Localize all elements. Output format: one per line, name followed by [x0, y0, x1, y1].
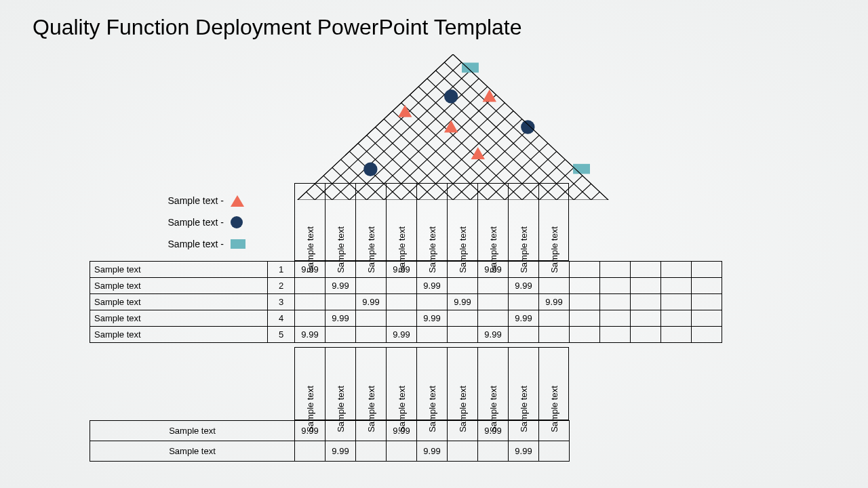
legend-row: Sample text -: [156, 211, 245, 233]
svg-line-39: [470, 54, 612, 200]
matrix-cell: [326, 294, 356, 310]
matrix-cell: 9.99: [387, 327, 417, 343]
summary-cell: 9.99: [417, 441, 448, 462]
column-header-cell: Sample text: [447, 183, 477, 261]
row-index: 3: [268, 294, 295, 310]
matrix-cell: 9.99: [387, 262, 417, 278]
svg-line-53: [591, 54, 612, 200]
matrix-cell: 9.99: [326, 310, 356, 327]
svg-line-55: [608, 54, 612, 200]
svg-line-49: [557, 54, 612, 200]
column-header-cell: Sample text: [538, 183, 569, 261]
matrix-cell: [600, 294, 631, 310]
matrix-cell: [692, 278, 722, 294]
summary-table: Sample text9.999.999.99Sample text9.999.…: [90, 420, 570, 462]
summary-cell: 9.99: [387, 421, 417, 441]
matrix-cell: [631, 310, 661, 327]
matrix-cell: 9.99: [295, 262, 326, 278]
matrix-cell: [326, 327, 356, 343]
legend-row: Sample text -: [156, 233, 245, 255]
matrix-cell: [570, 278, 600, 294]
svg-line-30: [294, 54, 384, 200]
summary-cell: 9.99: [509, 441, 539, 462]
matrix-cell: [295, 278, 326, 294]
matrix-cell: 9.99: [295, 327, 326, 343]
matrix-cell: [631, 262, 661, 278]
summary-cell: [417, 421, 448, 441]
matrix-cell: [570, 262, 600, 278]
matrix-cell: [356, 327, 387, 343]
svg-line-43: [505, 54, 612, 200]
matrix-cell: [692, 310, 722, 327]
svg-line-20: [294, 54, 298, 200]
column-headers-2: Sample textSample textSample textSample …: [294, 347, 569, 420]
svg-line-26: [294, 54, 349, 200]
matrix-cell: [387, 278, 417, 294]
legend-label: Sample text -: [156, 217, 224, 228]
summary-cell: [326, 421, 356, 441]
summary-cell: [387, 441, 417, 462]
row-index: 4: [268, 310, 295, 327]
column-header-cell: Sample text: [386, 347, 416, 420]
table-row: Sample text39.999.999.99: [90, 294, 722, 310]
column-header-cell: Sample text: [508, 347, 538, 420]
matrix-cell: 9.99: [448, 294, 478, 310]
row-label: Sample text: [90, 278, 268, 294]
matrix-cell: [509, 294, 539, 310]
legend-label: Sample text -: [156, 239, 224, 249]
matrix-cell: [356, 278, 387, 294]
matrix-cell: [387, 310, 417, 327]
column-header-cell: Sample text: [294, 347, 325, 420]
svg-line-15: [294, 54, 418, 200]
legend-row: Sample text -: [156, 190, 245, 211]
matrix-cell: [387, 294, 417, 310]
qfd-roof: [294, 54, 612, 200]
row-label: Sample text: [90, 441, 295, 462]
table-row: Sample text29.999.999.99: [90, 278, 722, 294]
matrix-cell: 9.99: [417, 310, 448, 327]
svg-line-1: [294, 54, 298, 200]
matrix-cell: [509, 327, 539, 343]
table-row: Sample text59.999.999.99: [90, 327, 722, 343]
row-label: Sample text: [90, 421, 295, 441]
matrix-cell: [600, 278, 631, 294]
matrix-cell: 9.99: [326, 278, 356, 294]
matrix-cell: [570, 310, 600, 327]
summary-cell: [356, 421, 387, 441]
matrix-cell: [478, 294, 509, 310]
svg-line-45: [522, 54, 612, 200]
matrix-cell: 9.99: [509, 278, 539, 294]
matrix-cell: [448, 278, 478, 294]
table-row: Sample text49.999.999.99: [90, 310, 722, 327]
column-header-cell: Sample text: [447, 347, 477, 420]
matrix-cell: [417, 294, 448, 310]
matrix-cell: [539, 327, 570, 343]
matrix-cell: [448, 262, 478, 278]
summary-cell: [295, 441, 326, 462]
svg-line-17: [294, 54, 436, 200]
table-row: Sample text9.999.999.99: [90, 421, 570, 441]
summary-cell: 9.99: [326, 441, 356, 462]
summary-cell: [539, 421, 570, 441]
column-header-cell: Sample text: [325, 347, 355, 420]
matrix-cell: [600, 310, 631, 327]
legend-label: Sample text -: [156, 195, 224, 206]
row-index: 5: [268, 327, 295, 343]
matrix-cell: [661, 310, 692, 327]
svg-line-22: [294, 54, 315, 200]
column-header-cell: Sample text: [294, 183, 325, 261]
matrix-cell: [326, 262, 356, 278]
summary-cell: [539, 441, 570, 462]
matrix-cell: [356, 262, 387, 278]
column-header-cell: Sample text: [508, 183, 538, 261]
matrix-cell: [539, 262, 570, 278]
relationship-matrix: Sample text19.999.999.99Sample text29.99…: [90, 261, 722, 343]
matrix-cell: [570, 294, 600, 310]
matrix-cell: 9.99: [509, 310, 539, 327]
matrix-cell: [295, 310, 326, 327]
matrix-cell: [509, 262, 539, 278]
matrix-cell: [692, 327, 722, 343]
matrix-cell: [539, 310, 570, 327]
matrix-cell: [692, 294, 722, 310]
matrix-cell: 9.99: [539, 294, 570, 310]
